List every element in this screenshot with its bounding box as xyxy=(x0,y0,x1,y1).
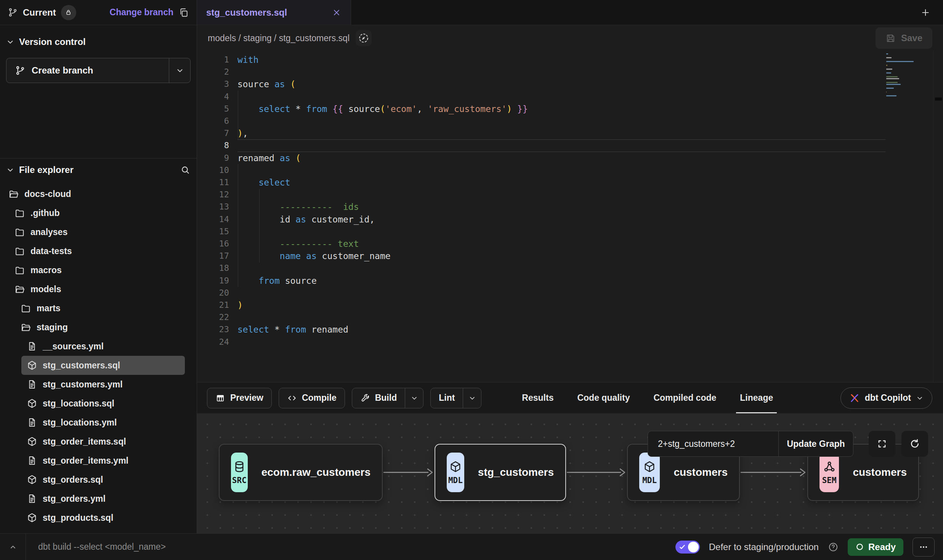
tree-item-label: stg_locations.yml xyxy=(43,418,117,428)
selector-input[interactable]: 2+stg_customers+2 xyxy=(648,431,778,456)
code-content[interactable]: with source as ( select * from {{ source… xyxy=(237,54,528,348)
code-line[interactable] xyxy=(237,336,528,348)
panel-tab-code-quality[interactable]: Code quality xyxy=(577,382,630,413)
node-badge-label: MDL xyxy=(448,476,463,485)
tree-item-stg-products-sql[interactable]: stg_products.sql xyxy=(5,508,191,527)
code-line[interactable] xyxy=(237,139,528,152)
tree-item-github[interactable]: .github xyxy=(5,203,191,222)
panel-collapse-button[interactable] xyxy=(0,534,26,560)
code-line[interactable]: ---------- text xyxy=(237,238,528,250)
tree-item-stg-customers-sql[interactable]: stg_customers.sql xyxy=(21,356,185,375)
refresh-button[interactable] xyxy=(901,431,928,457)
code-line[interactable] xyxy=(237,164,528,176)
dbt-copilot-label: dbt Copilot xyxy=(865,393,911,403)
defer-toggle[interactable] xyxy=(675,541,700,554)
code-line[interactable] xyxy=(237,311,528,323)
help-icon[interactable] xyxy=(828,542,839,552)
tree-item-label: macros xyxy=(30,265,62,275)
code-line[interactable] xyxy=(237,66,528,78)
code-line[interactable]: from source xyxy=(237,275,528,287)
code-line[interactable]: id as customer_id, xyxy=(237,213,528,226)
editor-toolbar: Preview Compile Build xyxy=(197,382,943,413)
tree-item-marts[interactable]: marts xyxy=(5,299,191,318)
tree-item-docs-cloud[interactable]: docs-cloud xyxy=(5,184,191,203)
dbt-copilot-button[interactable]: dbt Copilot xyxy=(840,387,932,409)
tree-item-staging[interactable]: staging xyxy=(5,318,191,337)
tab-stg-customers-sql[interactable]: stg_customers.sql xyxy=(197,0,351,25)
lint-main[interactable]: Lint xyxy=(431,388,463,408)
save-button[interactable]: Save xyxy=(876,27,932,49)
copy-icon[interactable] xyxy=(178,7,189,18)
tree-item-stg-order-items-yml[interactable]: stg_order_items.yml xyxy=(5,451,191,470)
search-icon[interactable] xyxy=(180,165,190,175)
refresh-icon xyxy=(909,438,921,450)
code-line[interactable]: ) xyxy=(237,299,528,311)
panel-tab-compiled-code[interactable]: Compiled code xyxy=(653,382,716,413)
code-line[interactable]: select * from {{ source('ecom', 'raw_cus… xyxy=(237,103,528,115)
build-main[interactable]: Build xyxy=(352,388,405,408)
minimap[interactable] xyxy=(886,53,933,99)
tree-item-sources-yml[interactable]: __sources.yml xyxy=(5,337,191,356)
code-line[interactable]: name as customer_name xyxy=(237,250,528,262)
tree-item-macros[interactable]: macros xyxy=(5,261,191,280)
create-branch-main[interactable]: Create branch xyxy=(6,58,169,83)
code-line[interactable]: ), xyxy=(237,127,528,139)
ring-icon xyxy=(855,542,864,551)
code-line[interactable] xyxy=(237,226,528,238)
tree-item-stg-orders-yml[interactable]: stg_orders.yml xyxy=(5,489,191,508)
build-caret[interactable] xyxy=(405,388,423,408)
tree-item-models[interactable]: models xyxy=(5,280,191,299)
copilot-compass-button[interactable] xyxy=(356,30,372,46)
panel-tab-results[interactable]: Results xyxy=(522,382,553,413)
code-line[interactable]: source as ( xyxy=(237,78,528,90)
version-control-header[interactable]: Version control xyxy=(6,37,191,47)
code-line[interactable]: renamed as ( xyxy=(237,152,528,164)
command-input[interactable]: dbt build --select <model_name> xyxy=(26,542,675,552)
code-line[interactable] xyxy=(237,115,528,127)
code-line[interactable] xyxy=(237,262,528,274)
more-button[interactable] xyxy=(913,538,935,557)
lineage-node-src-ecom-raw-customers[interactable]: SRCecom.raw_customers xyxy=(219,444,383,501)
tree-item-label: docs-cloud xyxy=(24,189,71,199)
update-graph-button[interactable]: Update Graph xyxy=(778,431,853,456)
code-line[interactable]: select * from renamed xyxy=(237,323,528,336)
change-branch-link[interactable]: Change branch xyxy=(110,7,173,18)
tree-item-stg-locations-sql[interactable]: stg_locations.sql xyxy=(5,394,191,413)
fullscreen-button[interactable] xyxy=(869,431,895,457)
tree-item-stg-locations-yml[interactable]: stg_locations.yml xyxy=(5,413,191,432)
status-ready-badge[interactable]: Ready xyxy=(848,538,903,556)
tab-title: stg_customers.sql xyxy=(206,7,326,18)
code-editor[interactable]: 123456789101112131415161718192021222324 … xyxy=(197,51,943,382)
compile-button[interactable]: Compile xyxy=(279,388,345,408)
code-line[interactable] xyxy=(237,91,528,103)
create-branch-label: Create branch xyxy=(32,65,93,76)
version-control-section: Version control Create branch xyxy=(0,25,197,83)
code-line[interactable] xyxy=(237,189,528,201)
new-tab-button[interactable] xyxy=(918,5,933,20)
lint-caret[interactable] xyxy=(463,388,481,408)
lineage-panel[interactable]: SRCecom.raw_customersMDLstg_customersMDL… xyxy=(197,413,943,533)
code-line[interactable]: with xyxy=(237,54,528,66)
tree-item-analyses[interactable]: analyses xyxy=(5,222,191,242)
editor-scrollbar[interactable] xyxy=(933,51,943,382)
file-explorer-header[interactable]: File explorer xyxy=(5,165,191,175)
wrench-icon xyxy=(360,393,370,403)
tree-item-label: stg_products.sql xyxy=(43,513,113,523)
panel-tab-lineage[interactable]: Lineage xyxy=(740,382,773,413)
create-branch-caret[interactable] xyxy=(169,58,190,83)
line-number: 14 xyxy=(197,213,229,226)
tree-item-stg-orders-sql[interactable]: stg_orders.sql xyxy=(5,470,191,489)
compile-label: Compile xyxy=(302,393,337,403)
preview-button[interactable]: Preview xyxy=(207,388,272,408)
tree-item-stg-order-items-sql[interactable]: stg_order_items.sql xyxy=(5,432,191,451)
git-branch-icon xyxy=(8,7,18,18)
tree-item-stg-customers-yml[interactable]: stg_customers.yml xyxy=(5,375,191,394)
tree-item-data-tests[interactable]: data-tests xyxy=(5,242,191,261)
status-ready-label: Ready xyxy=(868,542,896,552)
close-icon[interactable] xyxy=(332,8,342,18)
lineage-node-mdl-stg-customers[interactable]: MDLstg_customers xyxy=(435,444,566,501)
code-line[interactable] xyxy=(237,287,528,299)
code-line[interactable]: ---------- ids xyxy=(237,201,528,213)
code-line[interactable]: select xyxy=(237,176,528,189)
scrollbar-thumb[interactable] xyxy=(935,98,942,101)
